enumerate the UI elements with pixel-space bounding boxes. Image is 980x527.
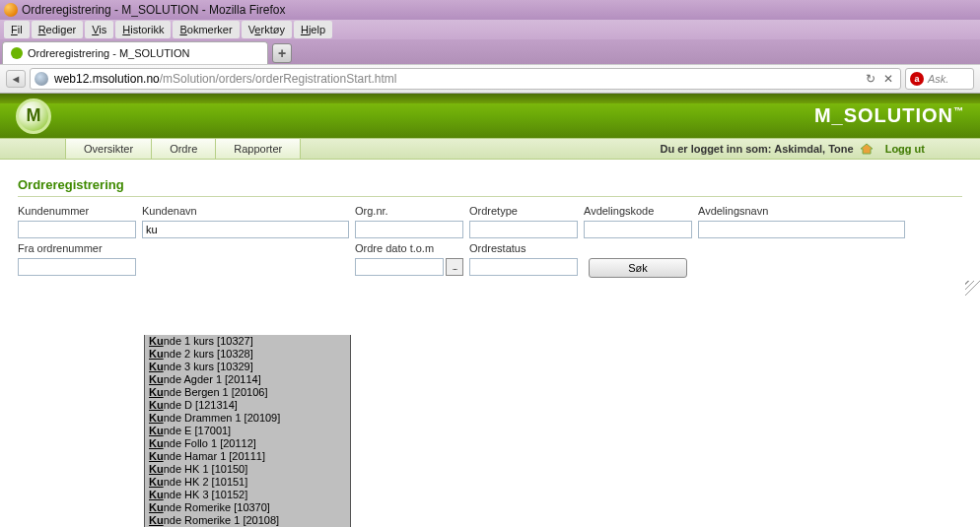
firefox-icon — [4, 3, 18, 17]
autocomplete-item[interactable]: Kunde Bergen 1 [20106] — [145, 386, 350, 399]
menu-bar: Fil Rediger Vis Historikk Bokmerker Verk… — [0, 20, 980, 39]
menu-verktoy[interactable]: Verktøy — [242, 21, 292, 38]
navtab-rapporter[interactable]: Rapporter — [216, 139, 301, 159]
tab-strip: Ordreregistrering - M_SOLUTION + — [0, 39, 980, 64]
autocomplete-item[interactable]: Kunde Hamar 1 [20111] — [145, 450, 350, 463]
datepicker-button[interactable]: ... — [446, 258, 463, 276]
input-ordrestatus[interactable] — [469, 258, 578, 276]
navtab-ordre[interactable]: Ordre — [152, 139, 216, 159]
chevron-left-icon: ◄ — [11, 73, 22, 85]
autocomplete-item[interactable]: Kunde Romerike [10370] — [145, 501, 350, 514]
content-panel: Ordreregistrering Kundenummer Kundenavn … — [0, 160, 980, 296]
home-icon[interactable] — [860, 143, 874, 155]
autocomplete-item[interactable]: Kunde E [17001] — [145, 425, 350, 437]
plus-icon: + — [278, 45, 286, 61]
stop-icon[interactable]: ✕ — [880, 71, 896, 87]
app-header: M M_SOLUTION™ — [0, 94, 980, 138]
navtab-oversikter[interactable]: Oversikter — [65, 139, 152, 159]
new-tab-button[interactable]: + — [272, 43, 292, 63]
ask-icon: a — [910, 72, 924, 86]
panel-title: Ordreregistrering — [18, 177, 962, 197]
label-fra-ordrenummer: Fra ordrenummer — [18, 242, 136, 254]
tab-favicon — [11, 47, 23, 59]
login-info: Du er logget inn som: Askimdal, Tone — [660, 143, 853, 155]
input-avdelingsnavn[interactable] — [698, 221, 905, 238]
autocomplete-item[interactable]: Kunde 3 kurs [10329] — [145, 361, 350, 373]
autocomplete-item[interactable]: Kunde Agder 1 [20114] — [145, 373, 350, 386]
autocomplete-item[interactable]: Kunde 2 kurs [10328] — [145, 348, 350, 361]
reload-icon[interactable]: ↻ — [863, 71, 878, 87]
autocomplete-item[interactable]: Kunde Romerike 1 [20108] — [145, 514, 350, 527]
app-nav: Oversikter Ordre Rapporter Du er logget … — [0, 138, 980, 160]
menu-vis[interactable]: Vis — [85, 21, 113, 38]
logout-link[interactable]: Logg ut — [885, 143, 925, 155]
autocomplete-item[interactable]: Kunde HK 1 [10150] — [145, 463, 350, 476]
label-avdelingskode: Avdelingskode — [584, 205, 692, 217]
autocomplete-dropdown: Kunde 1 kurs [10327]Kunde 2 kurs [10328]… — [144, 335, 351, 527]
navtab-label: Rapporter — [234, 143, 282, 155]
menu-hjelp[interactable]: Hjelp — [294, 21, 332, 38]
input-ordretype[interactable] — [469, 221, 578, 238]
back-button[interactable]: ◄ — [6, 70, 26, 88]
input-ordre-dato-tom[interactable] — [355, 258, 444, 276]
resize-grip-icon[interactable] — [965, 281, 980, 296]
input-kundenavn[interactable] — [142, 221, 349, 238]
label-kundenavn: Kundenavn — [142, 205, 349, 217]
menu-historikk[interactable]: Historikk — [115, 21, 171, 38]
search-placeholder: Ask. — [928, 73, 948, 85]
address-toolbar: ◄ web12.msolution.no/mSolution/orders/or… — [0, 64, 980, 94]
tab-title: Ordreregistrering - M_SOLUTION — [28, 47, 189, 59]
logo-letter: M — [27, 105, 41, 126]
autocomplete-item[interactable]: Kunde HK 3 [10152] — [145, 489, 350, 501]
label-ordretype: Ordretype — [469, 205, 578, 217]
autocomplete-item[interactable]: Kunde 1 kurs [10327] — [145, 335, 350, 348]
app-logo[interactable]: M — [16, 99, 51, 134]
menu-rediger[interactable]: Rediger — [32, 21, 84, 38]
input-avdelingskode[interactable] — [584, 221, 692, 238]
app-brand: M_SOLUTION™ — [814, 104, 964, 127]
app-root: M M_SOLUTION™ Oversikter Ordre Rapporter… — [0, 94, 980, 296]
window-titlebar: Ordreregistrering - M_SOLUTION - Mozilla… — [0, 0, 980, 20]
search-form: Kundenummer Kundenavn Org.nr. Ordretype … — [18, 205, 962, 278]
navtab-label: Ordre — [170, 143, 197, 155]
label-kundenummer: Kundenummer — [18, 205, 136, 217]
ellipsis-icon: ... — [453, 262, 457, 272]
url-input[interactable]: web12.msolution.no/mSolution/orders/orde… — [30, 68, 901, 90]
label-ordrestatus: Ordrestatus — [469, 242, 578, 254]
navtab-label: Oversikter — [84, 143, 133, 155]
label-avdelingsnavn: Avdelingsnavn — [698, 205, 905, 217]
menu-fil[interactable]: Fil — [4, 21, 30, 38]
input-fra-ordrenummer[interactable] — [18, 258, 136, 276]
label-orgnr: Org.nr. — [355, 205, 463, 217]
label-ordre-dato-tom: Ordre dato t.o.m — [355, 242, 463, 254]
url-host: web12.msolution.no — [54, 72, 160, 86]
search-box[interactable]: a Ask. — [905, 68, 974, 90]
autocomplete-item[interactable]: Kunde Drammen 1 [20109] — [145, 412, 350, 425]
brand-text: M_SOLUTION — [814, 104, 953, 126]
login-user: Askimdal, Tone — [774, 143, 853, 155]
autocomplete-item[interactable]: Kunde HK 2 [10151] — [145, 476, 350, 489]
trademark: ™ — [953, 105, 964, 116]
input-kundenummer[interactable] — [18, 221, 136, 238]
window-title: Ordreregistrering - M_SOLUTION - Mozilla… — [22, 3, 285, 17]
browser-tab[interactable]: Ordreregistrering - M_SOLUTION — [2, 41, 268, 64]
search-button-label: Søk — [628, 262, 648, 274]
search-button[interactable]: Søk — [589, 258, 687, 278]
input-orgnr[interactable] — [355, 221, 463, 238]
login-prefix: Du er logget inn som: — [660, 143, 774, 155]
menu-bokmerker[interactable]: Bokmerker — [173, 21, 239, 38]
globe-icon — [35, 72, 48, 86]
url-path: /mSolution/orders/orderRegistrationStart… — [160, 72, 397, 86]
autocomplete-item[interactable]: Kunde Follo 1 [20112] — [145, 437, 350, 450]
autocomplete-item[interactable]: Kunde D [121314] — [145, 399, 350, 412]
